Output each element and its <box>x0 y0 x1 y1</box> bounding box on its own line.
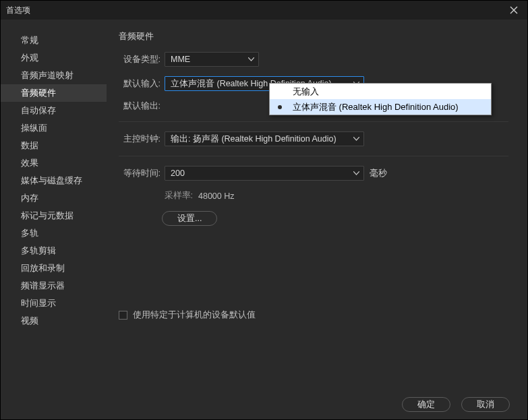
page-title: 音频硬件 <box>119 30 508 42</box>
device-class-value: MME <box>171 55 190 64</box>
category-sidebar: 常规 外观 音频声道映射 音频硬件 自动保存 操纵面 数据 效果 媒体与磁盘缓存… <box>1 20 107 390</box>
sidebar-item-playback[interactable]: 回放和录制 <box>1 260 107 277</box>
sample-rate-value: 48000 Hz <box>198 191 235 201</box>
sidebar-item-spectral[interactable]: 频谱显示器 <box>1 277 107 295</box>
sidebar-item-appearance[interactable]: 外观 <box>1 49 107 67</box>
sidebar-item-video[interactable]: 视频 <box>1 312 107 330</box>
sidebar-item-control-surface[interactable]: 操纵面 <box>1 119 107 137</box>
latency-value: 200 <box>171 169 185 178</box>
window-title: 首选项 <box>6 5 30 16</box>
sidebar-item-time-display[interactable]: 时间显示 <box>1 295 107 312</box>
dropdown-option-none[interactable]: 无输入 <box>270 84 491 99</box>
latency-label: 等待时间: <box>119 168 160 179</box>
chevron-down-icon <box>353 137 359 141</box>
dialog-footer: 确定 取消 <box>1 390 527 419</box>
main-panel: 音频硬件 设备类型: MME 默认输入: 立体声混音 (Realtek High… <box>107 20 527 390</box>
sidebar-item-auto-save[interactable]: 自动保存 <box>1 102 107 119</box>
sidebar-item-data[interactable]: 数据 <box>1 137 107 154</box>
default-input-dropdown[interactable]: 无输入 立体声混音 (Realtek High Definition Audio… <box>269 83 492 115</box>
sidebar-item-memory[interactable]: 内存 <box>1 189 107 207</box>
sidebar-item-markers[interactable]: 标记与元数据 <box>1 207 107 224</box>
latency-unit: 毫秒 <box>370 168 387 179</box>
dropdown-option-stereo-mix[interactable]: 立体声混音 (Realtek High Definition Audio) <box>270 99 491 115</box>
machine-defaults-checkbox[interactable] <box>119 311 127 320</box>
master-clock-value: 输出: 扬声器 (Realtek High Definition Audio) <box>171 133 336 145</box>
machine-defaults-label: 使用特定于计算机的设备默认值 <box>133 309 256 321</box>
sidebar-item-channel-map[interactable]: 音频声道映射 <box>1 67 107 84</box>
sidebar-item-general[interactable]: 常规 <box>1 32 107 49</box>
titlebar: 首选项 <box>1 1 527 20</box>
default-output-label: 默认输出: <box>119 100 160 112</box>
sidebar-item-effects[interactable]: 效果 <box>1 154 107 172</box>
cancel-button[interactable]: 取消 <box>461 397 510 412</box>
settings-button[interactable]: 设置... <box>162 211 217 226</box>
device-class-label: 设备类型: <box>119 54 160 65</box>
master-clock-label: 主控时钟: <box>119 133 160 145</box>
sidebar-item-multitrack-clips[interactable]: 多轨剪辑 <box>1 242 107 260</box>
close-icon[interactable] <box>506 6 522 14</box>
default-input-label: 默认输入: <box>119 78 160 90</box>
device-class-select[interactable]: MME <box>165 52 259 67</box>
sample-rate-label: 采样率: <box>119 190 193 202</box>
latency-select[interactable]: 200 <box>165 166 364 181</box>
chevron-down-icon <box>353 171 359 175</box>
ok-button[interactable]: 确定 <box>402 397 450 412</box>
sidebar-item-multitrack[interactable]: 多轨 <box>1 224 107 242</box>
preferences-dialog: 首选项 常规 外观 音频声道映射 音频硬件 自动保存 操纵面 数据 效果 媒体与… <box>0 0 528 420</box>
chevron-down-icon <box>248 57 254 61</box>
sidebar-item-audio-hardware[interactable]: 音频硬件 <box>1 84 107 102</box>
master-clock-select[interactable]: 输出: 扬声器 (Realtek High Definition Audio) <box>165 131 364 146</box>
sidebar-item-media-cache[interactable]: 媒体与磁盘缓存 <box>1 172 107 189</box>
